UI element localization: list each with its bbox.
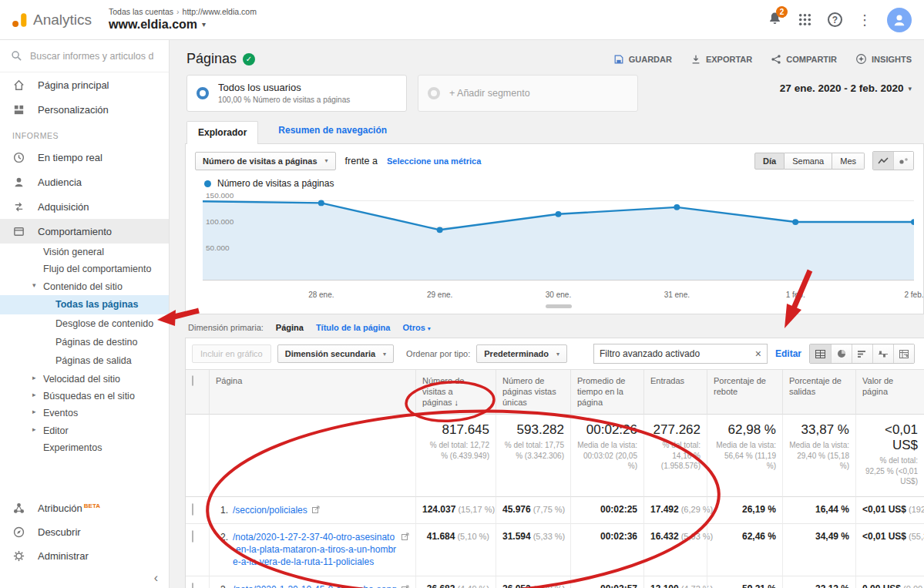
row-checkbox[interactable] <box>192 530 193 543</box>
sidebar-item-label: Descubrir <box>38 526 81 538</box>
select-metric-link[interactable]: Seleccione una métrica <box>387 156 481 166</box>
row-checkbox[interactable] <box>192 503 193 516</box>
filter-input[interactable] <box>600 348 751 359</box>
sidebar-item-acquisition[interactable]: Adquisición <box>0 194 169 219</box>
pivot-view-button[interactable] <box>893 344 914 363</box>
share-button[interactable]: COMPARTIR <box>771 54 837 65</box>
table-row: 3. /nota/2020-1-30-10-45-0-otro-robo-san… <box>186 576 924 588</box>
column-header-exit-rate[interactable]: Porcentaje de salidas <box>782 370 855 415</box>
help-icon[interactable]: ? <box>828 12 842 27</box>
page-link[interactable]: /nota/2020-1-30-10-45-0-otro-robo-sangri… <box>233 583 397 588</box>
sidebar-item-site-content[interactable]: ▾ Contenido del sitio <box>0 278 169 295</box>
column-header-page[interactable]: Página <box>209 370 415 415</box>
sidebar-item-content-drilldown[interactable]: Desglose de contenido <box>0 314 169 333</box>
select-all-checkbox[interactable] <box>192 375 193 386</box>
sidebar-item-label: Página principal <box>38 79 109 91</box>
tab-navigation-summary[interactable]: Resumen de navegación <box>278 125 387 143</box>
table-view-button[interactable] <box>810 344 831 363</box>
analytics-logo[interactable]: Analytics <box>0 12 98 29</box>
percentage-view-button[interactable] <box>831 344 852 363</box>
apps-grid-icon[interactable] <box>798 12 812 27</box>
edit-filter-link[interactable]: Editar <box>775 348 801 359</box>
dimension-page[interactable]: Página <box>276 323 304 332</box>
sidebar-collapse-button[interactable]: ‹ <box>0 568 169 588</box>
page-link[interactable]: /nota/2020-1-27-2-37-40-otro-asesinato-e… <box>233 531 397 569</box>
chart-range-handle[interactable] <box>546 304 572 308</box>
table-row: 1. /seccion/policiales 124.037(15,17 %) … <box>186 497 924 524</box>
add-segment-card[interactable]: + Añadir segmento <box>418 75 638 112</box>
export-button[interactable]: EXPORTAR <box>690 54 752 65</box>
sidebar-item-experiments[interactable]: Experimentos <box>0 439 169 456</box>
sort-type-dropdown[interactable]: Predeterminado ▾ <box>476 344 567 363</box>
comparison-view-button[interactable] <box>872 344 893 363</box>
traffic-chart[interactable]: 50.000100.000150.000 28 ene.29 ene.30 en… <box>203 192 914 308</box>
sort-type-label: Ordenar por tipo: <box>406 349 470 358</box>
granularity-month-button[interactable]: Mes <box>832 153 865 170</box>
column-header-unique-pageviews[interactable]: Número de páginas vistas únicas <box>496 370 570 415</box>
column-header-page-value[interactable]: Valor de página <box>855 370 924 415</box>
sidebar-item-all-pages[interactable]: Todas las páginas <box>0 295 169 314</box>
expand-caret-icon[interactable]: ▸ <box>32 391 36 398</box>
page-link[interactable]: /seccion/policiales <box>233 504 307 516</box>
sidebar-subitem-label: Desglose de contenido <box>55 318 153 329</box>
x-axis-label: 29 ene. <box>427 291 452 299</box>
expand-caret-icon[interactable]: ▸ <box>32 408 36 415</box>
line-chart-type-button[interactable] <box>873 152 893 170</box>
secondary-dimension-dropdown[interactable]: Dimensión secundaria ▾ <box>277 344 394 363</box>
sidebar-item-events[interactable]: ▸ Eventos <box>0 405 169 422</box>
dimension-other[interactable]: Otros ▾ <box>402 323 430 332</box>
sidebar-item-landing-pages[interactable]: Páginas de destino <box>0 333 169 351</box>
advanced-filter-box[interactable]: × <box>593 344 768 364</box>
sidebar-item-publisher[interactable]: ▸ Editor <box>0 422 169 439</box>
sidebar-item-site-search[interactable]: ▸ Búsquedas en el sitio <box>0 388 169 405</box>
column-header-avg-time[interactable]: Promedio de tiempo en la página <box>570 370 643 415</box>
tab-explorer[interactable]: Explorador <box>186 121 258 144</box>
search-input[interactable] <box>30 51 153 62</box>
row-checkbox[interactable] <box>192 583 193 588</box>
performance-view-button[interactable] <box>852 344 872 363</box>
sidebar-item-admin[interactable]: Administrar <box>0 544 169 568</box>
granularity-day-button[interactable]: Día <box>754 153 785 170</box>
dimension-page-title[interactable]: Título de la página <box>316 323 391 332</box>
sidebar-item-audience[interactable]: Audiencia <box>0 170 169 194</box>
external-link-icon[interactable] <box>402 533 409 540</box>
sidebar-item-realtime[interactable]: En tiempo real <box>0 145 169 170</box>
sidebar-search[interactable] <box>0 40 169 72</box>
insights-button[interactable]: INSIGHTS <box>855 53 912 65</box>
column-header-entrances[interactable]: Entradas <box>643 370 707 415</box>
sidebar-item-exit-pages[interactable]: Páginas de salida <box>0 351 169 370</box>
segment-detail: 100,00 % Número de visitas a páginas <box>218 95 350 105</box>
motion-chart-type-button[interactable] <box>893 152 913 170</box>
more-menu-icon[interactable]: ⋮ <box>858 12 872 29</box>
segment-card-all-users[interactable]: Todos los usuarios 100,00 % Número de vi… <box>186 75 407 112</box>
expand-caret-icon[interactable]: ▸ <box>32 425 36 433</box>
sidebar-item-customization[interactable]: Personalización <box>0 97 169 122</box>
sidebar-item-site-speed[interactable]: ▸ Velocidad del sitio <box>0 371 169 388</box>
column-header-bounce-rate[interactable]: Porcentaje de rebote <box>707 370 782 415</box>
plot-rows-button[interactable]: Incluir en gráfico <box>192 344 271 363</box>
total-exit: 33,87 % <box>789 422 849 438</box>
sidebar-item-home[interactable]: Página principal <box>0 72 169 97</box>
sidebar-subitem-label: Páginas de salida <box>55 355 132 366</box>
table-row: 2. /nota/2020-1-27-2-37-40-otro-asesinat… <box>186 524 924 576</box>
external-link-icon[interactable] <box>312 506 320 513</box>
column-header-pageviews[interactable]: Número de visitas a páginas↓ <box>415 370 496 415</box>
sidebar-item-behavior-flow[interactable]: Flujo del comportamiento <box>0 260 169 277</box>
save-button[interactable]: GUARDAR <box>613 54 672 65</box>
expand-caret-icon[interactable]: ▸ <box>32 374 36 381</box>
sidebar-item-attribution[interactable]: AtribuciónBETA <box>0 496 169 520</box>
external-link-icon[interactable] <box>402 585 409 588</box>
sidebar-subitem-label: Contenido del sitio <box>43 281 123 292</box>
date-range-picker[interactable]: 27 ene. 2020 - 2 feb. 2020 ▾ <box>780 75 912 94</box>
sidebar-item-discover[interactable]: Descubrir <box>0 520 169 544</box>
chevron-down-icon: ▾ <box>202 20 206 30</box>
sidebar-item-behavior[interactable]: Comportamiento <box>0 219 169 244</box>
granularity-week-button[interactable]: Semana <box>785 153 832 170</box>
sidebar-item-behavior-overview[interactable]: Visión general <box>0 244 169 260</box>
avatar[interactable] <box>887 8 912 32</box>
expand-caret-icon[interactable]: ▾ <box>32 281 36 289</box>
notifications-button[interactable]: 2 <box>768 11 782 29</box>
clear-filter-icon[interactable]: × <box>755 348 761 360</box>
account-selector[interactable]: Todas las cuentas›http://www.eldia.com w… <box>109 7 257 32</box>
metric-dropdown[interactable]: Número de visitas a páginas ▾ <box>195 152 336 170</box>
